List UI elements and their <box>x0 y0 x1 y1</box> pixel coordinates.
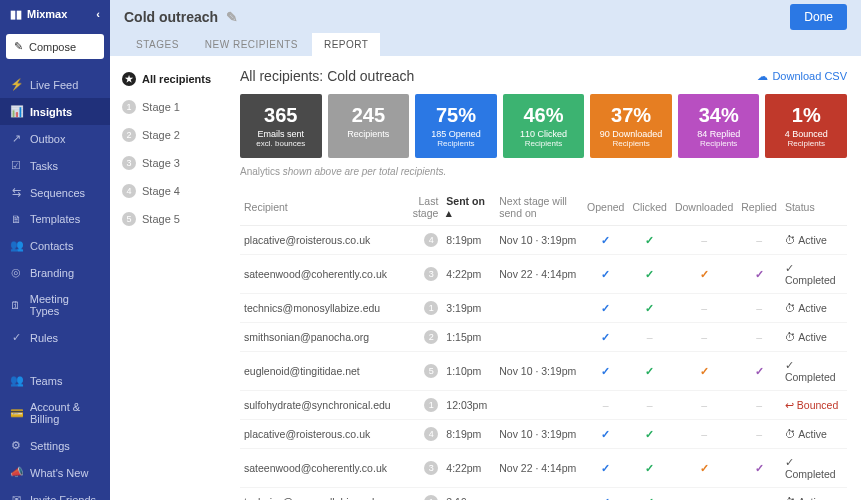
nav-icon: ✉ <box>10 493 22 500</box>
nav-item-sequences[interactable]: ⇆Sequences <box>0 179 110 206</box>
clicked-cell: ✓ <box>628 294 670 323</box>
nav-item-settings[interactable]: ⚙Settings <box>0 432 110 459</box>
tab-new-recipients[interactable]: NEW RECIPIENTS <box>193 33 310 56</box>
stage-badge: 5 <box>424 364 438 378</box>
opened-cell: ✓ <box>583 255 628 294</box>
page-title-text: Cold outreach <box>124 9 218 25</box>
nav-label: Account & Billing <box>30 401 100 425</box>
nav-label: Templates <box>30 213 80 225</box>
table-row[interactable]: euglenoid@tingitidae.net 5 1:10pm Nov 10… <box>240 352 847 391</box>
stage-item-4[interactable]: 4Stage 4 <box>120 180 230 202</box>
dash-icon: – <box>756 234 762 246</box>
nav-icon: 📊 <box>10 105 22 118</box>
table-row[interactable]: sateenwood@coherently.co.uk 3 4:22pm Nov… <box>240 255 847 294</box>
opened-cell: ✓ <box>583 294 628 323</box>
nav-label: Sequences <box>30 187 85 199</box>
downloaded-cell: – <box>671 391 737 420</box>
star-icon: ★ <box>122 72 136 86</box>
stat-card[interactable]: 34%84 RepliedRecipients <box>678 94 760 158</box>
column-header[interactable]: Recipient <box>240 189 395 226</box>
dash-icon: – <box>701 331 707 343</box>
nav-item-templates[interactable]: 🗎Templates <box>0 206 110 232</box>
stat-value: 245 <box>332 104 406 127</box>
column-header[interactable]: Replied <box>737 189 781 226</box>
tab-report[interactable]: REPORT <box>312 33 381 56</box>
collapse-icon[interactable]: ‹ <box>96 8 100 20</box>
nav-item-account-billing[interactable]: 💳Account & Billing <box>0 394 110 432</box>
content: All recipients: Cold outreach ☁ Download… <box>240 56 861 500</box>
done-button[interactable]: Done <box>790 4 847 30</box>
stat-label: 90 Downloaded <box>594 129 668 139</box>
nav-item-contacts[interactable]: 👥Contacts <box>0 232 110 259</box>
stat-sublabel: excl. bounces <box>244 139 318 148</box>
table-row[interactable]: placative@roisterous.co.uk 4 8:19pm Nov … <box>240 226 847 255</box>
stage-item-3[interactable]: 3Stage 3 <box>120 152 230 174</box>
edit-icon[interactable]: ✎ <box>226 9 238 25</box>
download-csv-link[interactable]: ☁ Download CSV <box>757 70 847 83</box>
nav-icon: 🗓 <box>10 299 22 311</box>
table-row[interactable]: technics@monosyllabize.edu 1 3:19pm ✓ ✓ … <box>240 488 847 501</box>
recipient-cell: euglenoid@tingitidae.net <box>240 352 395 391</box>
nav-item-branding[interactable]: ◎Branding <box>0 259 110 286</box>
recipient-cell: sulfohydrate@synchronical.edu <box>240 391 395 420</box>
nav-icon: 📣 <box>10 466 22 479</box>
nav-item-what-s-new[interactable]: 📣What's New <box>0 459 110 486</box>
dash-icon: – <box>701 302 707 314</box>
column-header[interactable]: Last stage <box>395 189 443 226</box>
stat-card[interactable]: 1%4 BouncedRecipients <box>765 94 847 158</box>
next-stage-cell <box>495 294 583 323</box>
table-row[interactable]: placative@roisterous.co.uk 4 8:19pm Nov … <box>240 420 847 449</box>
recipient-cell: placative@roisterous.co.uk <box>240 420 395 449</box>
stage-all-recipients[interactable]: ★All recipients <box>120 68 230 90</box>
opened-cell: ✓ <box>583 352 628 391</box>
column-header[interactable]: Clicked <box>628 189 670 226</box>
nav-label: What's New <box>30 467 88 479</box>
stat-card[interactable]: 46%110 ClickedRecipients <box>503 94 585 158</box>
stage-badge: 3 <box>424 267 438 281</box>
stat-card[interactable]: 75%185 OpenedRecipients <box>415 94 497 158</box>
nav-label: Branding <box>30 267 74 279</box>
status-cell: Active <box>781 420 847 449</box>
column-header[interactable]: Downloaded <box>671 189 737 226</box>
nav-item-rules[interactable]: ✓Rules <box>0 324 110 351</box>
tab-stages[interactable]: STAGES <box>124 33 191 56</box>
table-row[interactable]: sateenwood@coherently.co.uk 3 4:22pm Nov… <box>240 449 847 488</box>
nav-item-meeting-types[interactable]: 🗓Meeting Types <box>0 286 110 324</box>
stat-card[interactable]: 365Emails sentexcl. bounces <box>240 94 322 158</box>
column-header[interactable]: Sent on ▴ <box>442 189 495 226</box>
stat-card[interactable]: 37%90 DownloadedRecipients <box>590 94 672 158</box>
stage-item-2[interactable]: 2Stage 2 <box>120 124 230 146</box>
nav-item-outbox[interactable]: ↗Outbox <box>0 125 110 152</box>
sent-on-cell: 4:22pm <box>442 255 495 294</box>
compose-button[interactable]: ✎ Compose <box>6 34 104 59</box>
table-row[interactable]: sulfohydrate@synchronical.edu 1 12:03pm … <box>240 391 847 420</box>
page-title: Cold outreach ✎ <box>124 9 238 25</box>
stage-item-5[interactable]: 5Stage 5 <box>120 208 230 230</box>
table-row[interactable]: technics@monosyllabize.edu 1 3:19pm ✓ ✓ … <box>240 294 847 323</box>
column-header[interactable]: Opened <box>583 189 628 226</box>
column-header[interactable]: Status <box>781 189 847 226</box>
nav-item-live-feed[interactable]: ⚡Live Feed <box>0 71 110 98</box>
table-row[interactable]: smithsonian@panocha.org 2 1:15pm ✓ – – –… <box>240 323 847 352</box>
check-icon: ✓ <box>601 496 610 501</box>
stage-badge: 2 <box>424 330 438 344</box>
nav-item-insights[interactable]: 📊Insights <box>0 98 110 125</box>
stat-sublabel: Recipients <box>507 139 581 148</box>
tabs: STAGESNEW RECIPIENTSREPORT <box>110 30 861 56</box>
nav-item-invite-friends[interactable]: ✉Invite Friends <box>0 486 110 500</box>
status-badge: Active <box>785 302 827 314</box>
column-header[interactable]: Next stage will send on <box>495 189 583 226</box>
nav-item-tasks[interactable]: ☑Tasks <box>0 152 110 179</box>
stage-badge: 3 <box>424 461 438 475</box>
stage-badge: 4 <box>424 233 438 247</box>
recipient-cell: smithsonian@panocha.org <box>240 323 395 352</box>
stat-card[interactable]: 245Recipients <box>328 94 410 158</box>
nav-icon: ☑ <box>10 159 22 172</box>
stat-value: 34% <box>682 104 756 127</box>
stage-item-1[interactable]: 1Stage 1 <box>120 96 230 118</box>
nav-item-teams[interactable]: 👥Teams <box>0 367 110 394</box>
check-icon: ✓ <box>755 268 764 280</box>
replied-cell: ✓ <box>737 352 781 391</box>
stat-value: 1% <box>769 104 843 127</box>
clicked-cell: – <box>628 391 670 420</box>
